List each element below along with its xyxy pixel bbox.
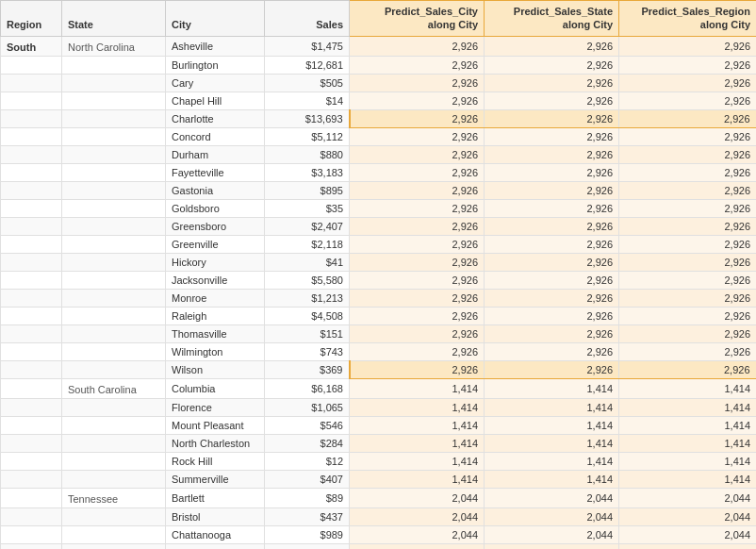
- table-row: Rock Hill$121,4141,4141,414: [1, 452, 757, 470]
- region-cell: [1, 289, 62, 307]
- predict-cell-1: 2,044: [350, 525, 485, 543]
- city-cell: Summerville: [166, 470, 265, 488]
- predict-cell-3: 1,414: [619, 452, 757, 470]
- predict-city-header: Predict_Sales_City along City: [350, 1, 485, 37]
- table-row: Wilmington$7432,9262,9262,926: [1, 342, 757, 360]
- state-cell: [62, 109, 166, 127]
- predict-cell-2: 2,926: [485, 360, 619, 378]
- predict-cell-1: 2,926: [350, 199, 485, 217]
- predict-cell-3: 1,414: [619, 416, 757, 434]
- state-header: State: [62, 1, 166, 37]
- region-cell: [1, 307, 62, 324]
- city-cell: Charlotte: [166, 109, 265, 127]
- table-row: Clarksville$2,2182,0442,0442,044: [1, 543, 757, 549]
- predict-state-header: Predict_Sales_State along City: [485, 1, 619, 37]
- table-row: Jacksonville$5,5802,9262,9262,926: [1, 271, 757, 289]
- sales-cell: $437: [265, 507, 350, 525]
- predict-cell-1: 2,926: [350, 163, 485, 181]
- predict-cell-1: 2,926: [350, 36, 485, 56]
- state-cell: [62, 324, 166, 342]
- predict-cell-2: 2,926: [485, 127, 619, 145]
- sales-cell: $369: [265, 360, 350, 378]
- sales-cell: $1,213: [265, 289, 350, 307]
- region-cell: [1, 271, 62, 289]
- city-cell: Wilmington: [166, 342, 265, 360]
- predict-cell-3: 2,926: [619, 92, 757, 109]
- sales-cell: $13,693: [265, 109, 350, 127]
- predict-cell-3: 2,926: [619, 56, 757, 74]
- predict-cell-1: 2,926: [350, 145, 485, 163]
- state-cell: [62, 398, 166, 416]
- state-cell: [62, 92, 166, 109]
- predict-cell-2: 2,926: [485, 307, 619, 324]
- sales-cell: $2,118: [265, 235, 350, 253]
- predict-cell-3: 2,926: [619, 342, 757, 360]
- region-cell: [1, 163, 62, 181]
- predict-cell-2: 2,926: [485, 271, 619, 289]
- predict-cell-1: 2,926: [350, 92, 485, 109]
- region-cell: [1, 434, 62, 452]
- region-cell: [1, 378, 62, 398]
- predict-cell-1: 2,926: [350, 235, 485, 253]
- region-cell: [1, 416, 62, 434]
- table-row: Chapel Hill$142,9262,9262,926: [1, 92, 757, 109]
- city-cell: Asheville: [166, 36, 265, 56]
- predict-cell-3: 2,926: [619, 109, 757, 127]
- city-cell: Florence: [166, 398, 265, 416]
- predict-cell-1: 1,414: [350, 416, 485, 434]
- predict-cell-2: 1,414: [485, 398, 619, 416]
- predict-cell-2: 1,414: [485, 452, 619, 470]
- state-cell: [62, 470, 166, 488]
- region-cell: [1, 56, 62, 74]
- sales-cell: $41: [265, 253, 350, 271]
- predict-cell-2: 1,414: [485, 378, 619, 398]
- state-cell: [62, 289, 166, 307]
- state-cell: [62, 507, 166, 525]
- region-cell: [1, 525, 62, 543]
- predict-cell-3: 2,044: [619, 543, 757, 549]
- predict-cell-1: 2,044: [350, 543, 485, 549]
- predict-cell-2: 2,926: [485, 181, 619, 199]
- region-cell: [1, 145, 62, 163]
- predict-cell-2: 2,926: [485, 324, 619, 342]
- city-cell: Thomasville: [166, 324, 265, 342]
- predict-cell-2: 2,926: [485, 56, 619, 74]
- predict-cell-1: 2,926: [350, 127, 485, 145]
- region-cell: [1, 109, 62, 127]
- city-cell: Rock Hill: [166, 452, 265, 470]
- sales-cell: $6,168: [265, 378, 350, 398]
- city-cell: Wilson: [166, 360, 265, 378]
- sales-header: Sales: [265, 1, 350, 37]
- predict-cell-2: 2,044: [485, 543, 619, 549]
- state-cell: [62, 360, 166, 378]
- sales-cell: $89: [265, 488, 350, 507]
- sales-cell: $505: [265, 74, 350, 92]
- region-cell: [1, 324, 62, 342]
- city-cell: Concord: [166, 127, 265, 145]
- table-row: Florence$1,0651,4141,4141,414: [1, 398, 757, 416]
- state-cell: [62, 217, 166, 235]
- sales-cell: $880: [265, 145, 350, 163]
- predict-cell-1: 2,926: [350, 289, 485, 307]
- predict-cell-3: 1,414: [619, 378, 757, 398]
- predict-cell-1: 2,926: [350, 342, 485, 360]
- predict-cell-1: 2,926: [350, 360, 485, 378]
- state-cell: [62, 271, 166, 289]
- city-cell: Cary: [166, 74, 265, 92]
- city-cell: North Charleston: [166, 434, 265, 452]
- city-cell: Durham: [166, 145, 265, 163]
- predict-cell-1: 2,926: [350, 217, 485, 235]
- predict-cell-1: 2,926: [350, 74, 485, 92]
- region-cell: [1, 452, 62, 470]
- state-cell: [62, 163, 166, 181]
- table-row: Greensboro$2,4072,9262,9262,926: [1, 217, 757, 235]
- state-cell: Tennessee: [62, 488, 166, 507]
- table-row: Monroe$1,2132,9262,9262,926: [1, 289, 757, 307]
- city-cell: Bartlett: [166, 488, 265, 507]
- city-cell: Greensboro: [166, 217, 265, 235]
- predict-cell-1: 2,926: [350, 181, 485, 199]
- sales-cell: $14: [265, 92, 350, 109]
- predict-cell-2: 2,044: [485, 507, 619, 525]
- sales-cell: $4,508: [265, 307, 350, 324]
- city-cell: Chattanooga: [166, 525, 265, 543]
